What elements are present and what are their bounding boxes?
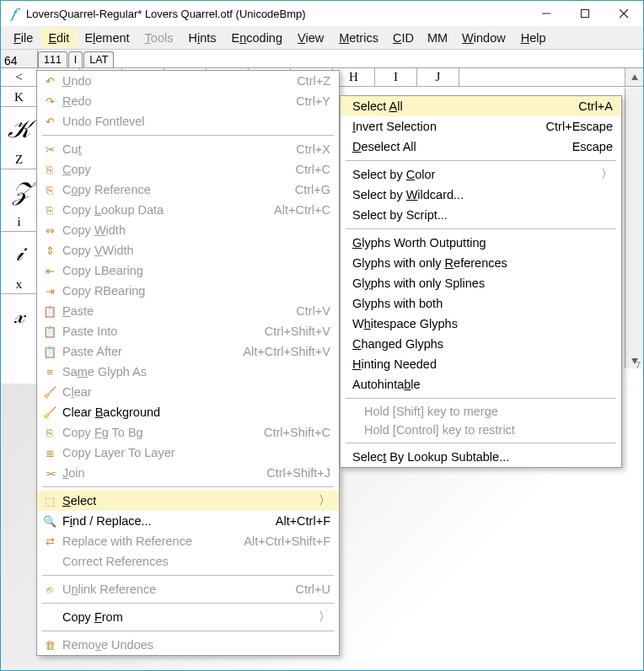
fgbg-icon: ⎘	[40, 424, 59, 441]
select-by-color[interactable]: Select by Color〉	[341, 164, 621, 185]
edit-clear[interactable]: 🧹Clear	[37, 382, 339, 402]
redo-icon: ↷	[40, 93, 59, 110]
find-icon: 🔍	[40, 513, 59, 529]
edit-copy-vwidth[interactable]: ⇕Copy VWidth	[37, 240, 339, 260]
maximize-button[interactable]	[566, 1, 604, 26]
menu-help[interactable]: Help	[513, 29, 554, 47]
select-worth[interactable]: Glyphs Worth Outputting	[341, 233, 621, 253]
edit-find[interactable]: 🔍Find / Replace...Alt+Ctrl+F	[37, 511, 339, 531]
edit-copy-fgbg[interactable]: ⎘Copy Fg To BgCtrl+Shift+C	[37, 422, 339, 443]
glyph-cell-Z[interactable]: Z 𝒵	[1, 151, 38, 213]
clear-icon: 🧹	[40, 384, 59, 400]
replace-ref-icon: ⇄	[40, 533, 59, 550]
paste-after-icon: 📋	[40, 343, 59, 360]
edit-copy-layer[interactable]: ≣Copy Layer To Layer	[37, 443, 339, 463]
select-by-script[interactable]: Select by Script...	[341, 205, 621, 225]
select-only-refs[interactable]: Glyphs with only References	[341, 253, 621, 273]
width-icon: ⇔	[40, 222, 59, 239]
enc-tab-3[interactable]: LAT	[83, 51, 114, 67]
edit-paste[interactable]: 📋PasteCtrl+V	[37, 301, 339, 321]
menu-file[interactable]: File	[6, 29, 40, 47]
menu-tools[interactable]: Tools	[137, 29, 181, 47]
menu-element[interactable]: Element	[77, 29, 137, 47]
edit-paste-into[interactable]: 📋Paste IntoCtrl+Shift+V	[37, 321, 339, 341]
menu-edit[interactable]: Edit	[40, 29, 77, 47]
select-autohint[interactable]: Autohintable	[341, 374, 621, 395]
edit-copy-lookup[interactable]: ⎘Copy Lookup DataAlt+Ctrl+C	[37, 200, 339, 220]
undo-font-icon: ↶	[40, 113, 59, 130]
same-glyph-icon: ≡	[40, 363, 59, 380]
edit-replace-ref[interactable]: ⇄Replace with ReferenceAlt+Ctrl+Shift+F	[37, 531, 339, 551]
encoding-row: 64 111 I LAT	[1, 50, 643, 68]
edit-clear-bg[interactable]: 🧹Clear Background	[37, 402, 339, 422]
edit-undo-fontlevel[interactable]: ↶Undo Fontlevel	[37, 111, 339, 132]
edit-copy-ref[interactable]: ⎘Copy ReferenceCtrl+G	[37, 180, 339, 200]
app-window: 𝑓 LoversQuarrel-Regular* Lovers Quarrel.…	[0, 0, 644, 671]
glyph-cell-i[interactable]: i 𝒾	[1, 213, 38, 276]
menu-metrics[interactable]: Metrics	[331, 29, 386, 47]
menu-mm[interactable]: MM	[421, 29, 454, 47]
submenu-arrow-icon: 〉	[319, 609, 330, 625]
copy-icon: ⎘	[40, 161, 59, 178]
select-only-splines[interactable]: Glyphs with only Splines	[341, 273, 621, 293]
encoding-label: 64	[1, 50, 38, 67]
scroll-up-button[interactable]	[625, 68, 643, 86]
undo-icon: ↶	[40, 72, 59, 89]
edit-remove-undoes[interactable]: 🗑Remove Undoes	[37, 635, 339, 655]
edit-unlink[interactable]: ⎋Unlink ReferenceCtrl+U	[37, 579, 339, 599]
select-by-wildcard[interactable]: Select by Wildcard...	[341, 185, 621, 205]
letter-I[interactable]: I	[375, 68, 417, 86]
edit-copy[interactable]: ⎘CopyCtrl+C	[37, 159, 339, 180]
rbearing-icon: ⇥	[40, 282, 59, 299]
menu-view[interactable]: View	[290, 29, 331, 47]
edit-cut[interactable]: ✂CutCtrl+X	[37, 139, 339, 159]
lbearing-icon: ⇤	[40, 262, 59, 279]
edit-undo[interactable]: ↶UndoCtrl+Z	[37, 71, 339, 91]
close-button[interactable]	[604, 1, 643, 26]
edit-select[interactable]: ⬚Select〉	[37, 491, 339, 511]
remove-undoes-icon: 🗑	[40, 636, 59, 653]
svg-marker-4	[631, 74, 638, 80]
edit-copy-rbearing[interactable]: ⇥Copy RBearing	[37, 281, 339, 301]
menu-window[interactable]: Window	[454, 29, 513, 47]
titlebar: 𝑓 LoversQuarrel-Regular* Lovers Quarrel.…	[1, 1, 643, 26]
glyph-cell-x[interactable]: x 𝓍	[1, 276, 38, 338]
glyph-cell-K[interactable]: K 𝒦	[1, 89, 38, 151]
copy-ref-icon: ⎘	[40, 181, 59, 198]
select-both[interactable]: Glyphs with both	[341, 293, 621, 314]
edit-same-glyph[interactable]: ≡Same Glyph As	[37, 362, 339, 382]
menu-encoding[interactable]: Encoding	[224, 29, 290, 47]
letter-J[interactable]: J	[417, 68, 459, 86]
select-whitespace[interactable]: Whitespace Glyphs	[341, 314, 621, 334]
select-changed[interactable]: Changed Glyphs	[341, 334, 621, 354]
edit-copy-from[interactable]: Copy From〉	[37, 607, 339, 627]
select-all[interactable]: Select AllCtrl+A	[341, 96, 621, 116]
edit-correct-ref[interactable]: Correct References	[37, 551, 339, 572]
submenu-arrow-icon: 〉	[601, 167, 613, 182]
layer-icon: ≣	[40, 444, 59, 461]
menu-cid[interactable]: CID	[386, 29, 421, 47]
enc-tab-1[interactable]: 111	[38, 51, 67, 67]
edit-dropdown: ↶UndoCtrl+Z ↷RedoCtrl+Y ↶Undo Fontlevel …	[36, 70, 340, 656]
scrollbar[interactable]	[625, 89, 643, 368]
edit-redo[interactable]: ↷RedoCtrl+Y	[37, 91, 339, 111]
vwidth-icon: ⇕	[40, 242, 59, 259]
select-hint-shift: Hold [Shift] key to merge	[341, 402, 621, 421]
minimize-button[interactable]	[527, 1, 566, 26]
edit-copy-width[interactable]: ⇔Copy Width	[37, 220, 339, 240]
menu-hints[interactable]: Hints	[180, 29, 223, 47]
select-deselect[interactable]: Deselect AllEscape	[341, 137, 621, 157]
letter-left[interactable]: <	[1, 68, 38, 86]
select-lookup[interactable]: Select By Lookup Subtable...	[341, 447, 621, 467]
edit-paste-after[interactable]: 📋Paste AfterAlt+Ctrl+Shift+V	[37, 341, 339, 362]
cut-icon: ✂	[40, 141, 59, 158]
title-text: LoversQuarrel-Regular* Lovers Quarrel.ot…	[26, 8, 527, 20]
glyph-left-column: K 𝒦 Z 𝒵 i 𝒾 x 𝓍	[1, 89, 38, 338]
select-hinting[interactable]: Hinting Needed	[341, 354, 621, 374]
edit-join[interactable]: ⫘JoinCtrl+Shift+J	[37, 463, 339, 483]
enc-tab-2[interactable]: I	[68, 51, 83, 67]
submenu-arrow-icon: 〉	[319, 493, 330, 508]
select-invert[interactable]: Invert SelectionCtrl+Escape	[341, 116, 621, 137]
select-submenu: Select AllCtrl+A Invert SelectionCtrl+Es…	[340, 95, 622, 468]
edit-copy-lbearing[interactable]: ⇤Copy LBearing	[37, 260, 339, 281]
